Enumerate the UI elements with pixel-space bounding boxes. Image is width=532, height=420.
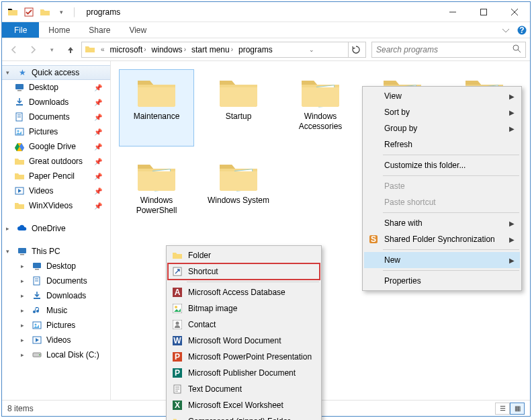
close-button[interactable]	[499, 2, 530, 22]
ctx-new-folder[interactable]: Folder	[168, 247, 320, 263]
sidebar-header-quick-access[interactable]: ▾ ★ Quick access	[2, 65, 110, 80]
sidebar-header-onedrive[interactable]: ▸ OneDrive	[2, 221, 110, 236]
breadcrumb-dropdown-icon[interactable]: ⌄	[304, 42, 320, 57]
search-icon[interactable]	[513, 44, 521, 55]
details-view-button[interactable]: ☰	[495, 403, 510, 415]
icons-view-button[interactable]: ▦	[510, 403, 525, 415]
ctx-view[interactable]: View▶	[364, 88, 520, 104]
ctx-new-shortcut[interactable]: Shortcut	[168, 263, 320, 280]
crumb[interactable]: microsoft›	[107, 45, 149, 54]
tab-share[interactable]: Share	[79, 22, 120, 38]
sidebar-item-label: Paper Pencil	[29, 171, 75, 181]
ctx-label: Group by	[384, 124, 417, 133]
folder-label: Startup	[226, 112, 252, 122]
properties-qat-icon[interactable]	[22, 5, 36, 19]
ctx-share-with[interactable]: Share with▶	[364, 215, 520, 231]
ctx-group-by[interactable]: Group by▶	[364, 120, 520, 136]
tab-home[interactable]: Home	[39, 22, 79, 38]
separator	[383, 155, 519, 155]
qat-dropdown-icon[interactable]: ▾	[54, 5, 68, 19]
ctx-new[interactable]: New▶	[364, 252, 520, 268]
ctx-paste-shortcut[interactable]: Paste shortcut	[364, 194, 520, 210]
ctx-new-txt[interactable]: Text Document	[168, 381, 320, 397]
ctx-new-xls[interactable]: XMicrosoft Excel Worksheet	[168, 397, 320, 413]
sidebar-item[interactable]: ▸Videos	[2, 333, 110, 347]
ctx-label: Bitmap image	[188, 304, 237, 313]
ctx-new-contact[interactable]: Contact	[168, 317, 320, 333]
ctx-new-word[interactable]: WMicrosoft Word Document	[168, 333, 320, 349]
chevron-down-icon: ▾	[6, 248, 13, 255]
back-button[interactable]	[6, 42, 22, 58]
submenu-arrow-icon: ▶	[509, 236, 515, 243]
ctx-new-access[interactable]: AMicrosoft Access Database	[168, 284, 320, 300]
recent-dropdown-icon[interactable]: ▾	[44, 42, 60, 58]
maximize-button[interactable]	[468, 2, 499, 22]
item-icon	[14, 82, 25, 93]
ctx-label: Share with	[384, 218, 423, 228]
sidebar-item[interactable]: ▸Documents	[2, 274, 110, 288]
sidebar-item[interactable]: ▸Local Disk (C:)	[2, 347, 110, 362]
up-button[interactable]	[62, 42, 79, 58]
breadcrumb-overflow[interactable]: «	[98, 46, 107, 53]
ribbon-collapse-icon[interactable]	[498, 22, 514, 38]
sidebar-item[interactable]: ▸Music	[2, 303, 110, 318]
ctx-new-zip[interactable]: Compressed (zipped) Folder	[168, 413, 320, 420]
item-icon	[32, 349, 42, 360]
folder-tile[interactable]: Windows System	[201, 153, 276, 220]
sidebar-item[interactable]: Pictures📌	[2, 124, 110, 139]
folder-icon	[135, 158, 178, 193]
navigation-bar: ▾ « microsoft› windows› start menu› prog…	[2, 38, 530, 61]
sidebar-label: Quick access	[32, 68, 79, 77]
sidebar-item[interactable]: Desktop📌	[2, 80, 110, 95]
minimize-button[interactable]	[437, 2, 468, 22]
crumb[interactable]: start menu›	[189, 45, 236, 54]
sidebar-item-label: Downloads	[46, 291, 86, 300]
ctx-label: Folder	[188, 251, 211, 260]
refresh-button[interactable]	[348, 42, 364, 57]
crumb[interactable]: programs	[236, 45, 275, 54]
folder-tile[interactable]: Maintenance	[119, 69, 194, 146]
submenu-arrow-icon: ▶	[509, 257, 515, 264]
sidebar-item[interactable]: ▸Downloads	[2, 288, 110, 303]
folder-tile[interactable]: Windows Accessories	[283, 69, 358, 146]
sidebar-item-label: Documents	[29, 112, 70, 122]
folder-tile[interactable]: Windows PowerShell	[119, 153, 194, 220]
navigation-pane[interactable]: ▾ ★ Quick access Desktop📌Downloads📌Docum…	[2, 61, 111, 400]
chevron-right-icon: ▸	[21, 307, 28, 314]
publisher-icon: P	[172, 368, 183, 378]
ctx-label: Properties	[384, 276, 421, 286]
svg-rect-21	[35, 269, 39, 270]
new-folder-qat-icon[interactable]	[38, 5, 52, 19]
ctx-properties[interactable]: Properties	[364, 273, 520, 289]
tab-view[interactable]: View	[120, 22, 156, 38]
sidebar-item[interactable]: Google Drive📌	[2, 139, 110, 154]
help-icon[interactable]: ?	[514, 22, 530, 38]
crumb[interactable]: windows›	[149, 45, 189, 54]
pin-icon: 📌	[94, 158, 102, 165]
sidebar-item-label: Local Disk (C:)	[46, 350, 99, 360]
ctx-refresh[interactable]: Refresh	[364, 136, 520, 153]
sidebar-item[interactable]: ▸Desktop	[2, 259, 110, 274]
folder-tile[interactable]: Startup	[201, 69, 276, 146]
ctx-shared-folder-sync[interactable]: SShared Folder Synchronization▶	[364, 231, 520, 247]
tab-file[interactable]: File	[2, 22, 39, 38]
svg-line-8	[518, 50, 521, 52]
sidebar-item[interactable]: Videos📌	[2, 183, 110, 198]
sidebar-item[interactable]: Great outdoors📌	[2, 154, 110, 169]
sidebar-header-this-pc[interactable]: ▾ This PC	[2, 244, 110, 259]
ctx-customize[interactable]: Customize this folder...	[364, 157, 520, 173]
search-box[interactable]	[371, 42, 526, 58]
sidebar-item[interactable]: ▸Pictures	[2, 318, 110, 333]
sidebar-item[interactable]: Paper Pencil📌	[2, 169, 110, 183]
ctx-new-pub[interactable]: PMicrosoft Publisher Document	[168, 365, 320, 381]
sidebar-item[interactable]: Downloads📌	[2, 95, 110, 110]
ctx-sort-by[interactable]: Sort by▶	[364, 104, 520, 120]
ctx-paste[interactable]: Paste	[364, 178, 520, 194]
sidebar-item[interactable]: Documents📌	[2, 110, 110, 124]
breadcrumb[interactable]: « microsoft› windows› start menu› progra…	[81, 42, 366, 58]
sidebar-item[interactable]: WinXVideos📌	[2, 198, 110, 213]
search-input[interactable]	[376, 45, 513, 54]
ctx-new-ppt[interactable]: PMicrosoft PowerPoint Presentation	[168, 349, 320, 365]
forward-button[interactable]	[25, 42, 41, 58]
ctx-new-bitmap[interactable]: Bitmap image	[168, 300, 320, 317]
